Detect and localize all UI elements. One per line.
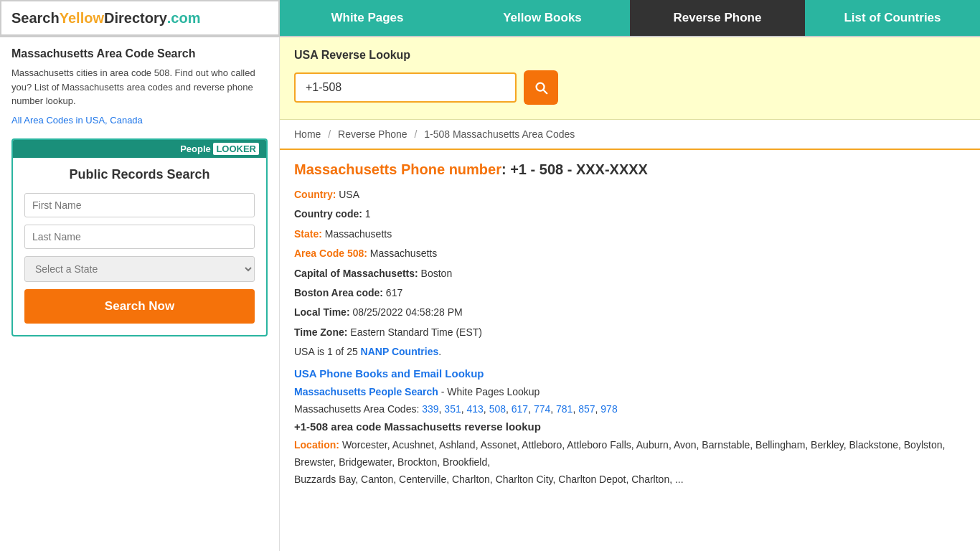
ma-area-codes-row: Massachusetts Area Codes: 339, 351, 413,… xyxy=(294,403,966,415)
area-code-label: Area Code 508: xyxy=(294,248,367,259)
last-name-input[interactable] xyxy=(24,225,255,249)
reverse-lookup-box: USA Reverse Lookup xyxy=(280,37,980,120)
area-code-351[interactable]: 351 xyxy=(444,403,461,415)
location-continuation: Buzzards Bay, Canton, Centerville, Charl… xyxy=(294,471,966,489)
location-label: Location: xyxy=(294,439,339,451)
area-code-978[interactable]: 978 xyxy=(600,403,617,415)
breadcrumb-sep2: / xyxy=(414,128,417,140)
ma-people-desc: - White Pages Lookup xyxy=(438,386,540,397)
people-looker-title: Public Records Search xyxy=(13,166,266,183)
heading-value: : +1 - 508 - XXX-XXXX xyxy=(501,161,648,177)
nanp-period: . xyxy=(438,346,441,357)
local-time-label: Local Time: xyxy=(294,306,350,318)
ma-people-link[interactable]: Massachusetts People Search xyxy=(294,386,438,397)
sidebar-title: Massachusetts Area Code Search xyxy=(11,47,268,60)
boston-area-row: Boston Area code: 617 xyxy=(294,285,966,301)
time-zone-row: Time Zone: Eastern Standard Time (EST) xyxy=(294,324,966,340)
boston-area-label: Boston Area code: xyxy=(294,287,383,298)
people-looker-header: People LOOKER xyxy=(13,140,266,158)
area-code-857[interactable]: 857 xyxy=(578,403,595,415)
reverse-lookup-title: USA Reverse Lookup xyxy=(294,49,966,62)
people-looker-brand-people: People xyxy=(180,143,211,154)
country-code-value: 1 xyxy=(365,208,371,220)
people-looker-brand-looker: LOOKER xyxy=(213,143,259,155)
sidebar-description: Massachusetts cities in area code 508. F… xyxy=(11,66,268,108)
site-logo[interactable]: SearchYellowDirectory.com xyxy=(0,0,280,36)
main-content: USA Reverse Lookup Home / Reverse Phone … xyxy=(280,37,980,551)
logo-com: .com xyxy=(167,10,201,27)
info-content: Massachusetts Phone number: +1 - 508 - X… xyxy=(280,150,980,499)
capital-value: Boston xyxy=(421,268,453,279)
reverse-lookup-form xyxy=(294,70,966,105)
logo-yellow: Yellow xyxy=(60,10,104,27)
search-now-button[interactable]: Search Now xyxy=(24,289,255,324)
area-code-508[interactable]: 508 xyxy=(489,403,506,415)
local-time-value: 08/25/2022 04:58:28 PM xyxy=(352,306,462,318)
ma-area-codes-list: 339, 351, 413, 508, 617, 774, 781, 857, … xyxy=(422,403,617,415)
area-code-row: Area Code 508: Massachusetts xyxy=(294,245,966,261)
breadcrumb-current: 1-508 Massachusetts Area Codes xyxy=(424,128,575,140)
location-value: Worcester, Acushnet, Ashland, Assonet, A… xyxy=(294,439,945,468)
country-row: Country: USA xyxy=(294,187,966,202)
all-area-codes-link[interactable]: All Area Codes in USA, Canada xyxy=(11,115,143,126)
first-name-input[interactable] xyxy=(24,193,255,217)
country-label: Country: xyxy=(294,189,336,200)
nanp-text: USA is 1 of 25 xyxy=(294,346,361,357)
capital-label: Capital of Massachusetts: xyxy=(294,268,418,279)
logo-search: Search xyxy=(11,10,60,27)
usa-phone-link[interactable]: USA Phone Books and Email Lookup xyxy=(294,367,966,380)
reverse-lookup-subtitle: +1-508 area code Massachusetts reverse l… xyxy=(294,420,966,433)
local-time-row: Local Time: 08/25/2022 04:58:28 PM xyxy=(294,304,966,320)
time-zone-value: Eastern Standard Time (EST) xyxy=(350,326,482,338)
area-code-339[interactable]: 339 xyxy=(422,403,438,415)
boston-area-value: 617 xyxy=(386,287,402,298)
ma-people-row: Massachusetts People Search - White Page… xyxy=(294,384,966,400)
heading-label: Massachusetts Phone number xyxy=(294,161,501,177)
time-zone-label: Time Zone: xyxy=(294,326,347,338)
breadcrumb-sep1: / xyxy=(328,128,331,140)
nav-white-pages[interactable]: White Pages xyxy=(280,0,455,36)
breadcrumb-reverse-phone[interactable]: Reverse Phone xyxy=(338,128,407,140)
header-nav: SearchYellowDirectory.com White Pages Ye… xyxy=(0,0,980,37)
country-code-row: Country code: 1 xyxy=(294,206,966,222)
people-looker-widget: People LOOKER Public Records Search Sele… xyxy=(11,138,268,336)
state-label: State: xyxy=(294,228,322,240)
nav-yellow-books[interactable]: Yellow Books xyxy=(455,0,630,36)
nanp-row: USA is 1 of 25 NANP Countries. xyxy=(294,344,966,359)
state-select[interactable]: Select a State Alabama Alaska Arizona Ma… xyxy=(24,256,255,282)
country-value-text: USA xyxy=(339,189,359,200)
state-value: Massachusetts xyxy=(325,228,392,240)
area-code-781[interactable]: 781 xyxy=(556,403,573,415)
location-row: Location: Worcester, Acushnet, Ashland, … xyxy=(294,437,966,471)
area-code-value: Massachusetts xyxy=(370,248,437,259)
area-code-617[interactable]: 617 xyxy=(512,403,528,415)
area-code-774[interactable]: 774 xyxy=(534,403,550,415)
ma-area-codes-label: Massachusetts Area Codes: xyxy=(294,403,419,415)
state-row: State: Massachusetts xyxy=(294,226,966,242)
breadcrumb: Home / Reverse Phone / 1-508 Massachuset… xyxy=(280,120,980,150)
logo-directory: Directory xyxy=(104,10,167,27)
area-code-413[interactable]: 413 xyxy=(466,403,483,415)
phone-input[interactable] xyxy=(294,72,517,103)
nav-list-countries[interactable]: List of Countries xyxy=(805,0,980,36)
nav-reverse-phone[interactable]: Reverse Phone xyxy=(630,0,805,36)
page-heading: Massachusetts Phone number: +1 - 508 - X… xyxy=(294,161,966,178)
search-phone-button[interactable] xyxy=(524,70,558,105)
search-icon xyxy=(533,80,549,95)
breadcrumb-home[interactable]: Home xyxy=(294,128,321,140)
capital-row: Capital of Massachusetts: Boston xyxy=(294,265,966,281)
nanp-link[interactable]: NANP Countries xyxy=(361,346,439,357)
country-code-label: Country code: xyxy=(294,208,362,220)
sidebar: Massachusetts Area Code Search Massachus… xyxy=(0,37,280,551)
main-container: Massachusetts Area Code Search Massachus… xyxy=(0,37,980,551)
